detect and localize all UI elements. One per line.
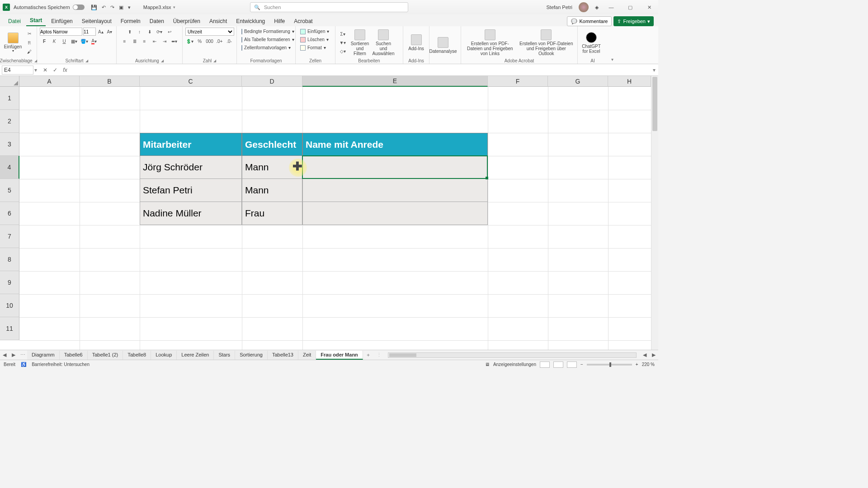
row-header-6[interactable]: 6 — [0, 202, 19, 225]
collapse-ribbon-icon[interactable]: ▾ — [608, 26, 617, 64]
number-dialog-icon[interactable]: ◢ — [213, 59, 216, 63]
thousands-icon[interactable]: 000 — [205, 37, 214, 45]
row-header-10[interactable]: 10 — [0, 294, 19, 317]
column-header-B[interactable]: B — [80, 76, 140, 87]
share-button[interactable]: ⇪ Freigeben ▾ — [613, 16, 654, 26]
fx-icon[interactable]: fx — [61, 67, 70, 73]
italic-button[interactable]: K — [50, 37, 59, 45]
select-all-corner[interactable] — [0, 76, 19, 87]
format-cells-button[interactable]: Format ▾ — [298, 44, 332, 52]
underline-button[interactable]: U — [60, 37, 69, 45]
formula-input[interactable] — [70, 66, 653, 75]
table-cell[interactable]: Frau — [242, 202, 302, 225]
user-avatar[interactable] — [579, 2, 589, 12]
table-header-cell[interactable]: Geschlecht — [242, 133, 302, 156]
add-sheet-button[interactable]: ＋ — [363, 352, 374, 358]
pdf-share-links-button[interactable]: Erstellen von PDF-Dateien und Freigeben … — [464, 28, 516, 57]
present-icon[interactable]: ◈ — [595, 5, 599, 10]
enter-formula-icon[interactable]: ✓ — [51, 67, 60, 73]
sheet-tab[interactable]: Diagramm — [27, 351, 60, 360]
percent-icon[interactable]: % — [195, 37, 204, 45]
border-button[interactable]: ▦▾ — [70, 37, 79, 45]
sheet-tab[interactable]: Leere Zeilen — [177, 351, 214, 360]
table-cell[interactable]: Nadine Müller — [140, 202, 242, 225]
autosave-toggle[interactable] — [73, 5, 85, 10]
autosum-icon[interactable]: Σ▾ — [338, 30, 347, 38]
hscroll-right-icon[interactable]: ▶ — [649, 352, 658, 358]
table-cell[interactable] — [302, 202, 488, 225]
table-header-cell[interactable]: Mitarbeiter — [140, 133, 242, 156]
cell-styles-button[interactable]: Zellenformatvorlagen ▾ — [240, 44, 292, 52]
minimize-button[interactable]: — — [605, 5, 618, 10]
filename[interactable]: Mappe3.xlsx — [143, 5, 171, 10]
hscroll-left-icon[interactable]: ◀ — [640, 352, 649, 358]
close-button[interactable]: ✕ — [643, 5, 656, 10]
accessibility-status[interactable]: Barrierefreiheit: Untersuchen — [32, 362, 90, 367]
copy-icon[interactable]: ⎘ — [25, 39, 34, 47]
format-painter-icon[interactable]: 🖌 — [25, 48, 34, 56]
row-header-5[interactable]: 5 — [0, 179, 19, 202]
namebox-dropdown-icon[interactable]: ▾ — [34, 67, 37, 73]
search-box[interactable]: 🔍 Suchen — [250, 2, 408, 12]
sheet-tab[interactable]: Frau oder Mann — [316, 351, 363, 360]
row-header-4[interactable]: 4 — [0, 156, 19, 179]
column-header-E[interactable]: E — [302, 76, 488, 87]
column-header-F[interactable]: F — [488, 76, 548, 87]
font-size-input[interactable] — [83, 28, 96, 36]
sort-filter-button[interactable]: Sortieren und Filtern — [349, 28, 371, 57]
fill-color-button[interactable]: 🪣▾ — [80, 37, 89, 45]
column-header-A[interactable]: A — [19, 76, 80, 87]
cancel-formula-icon[interactable]: ✕ — [41, 67, 50, 73]
maximize-button[interactable]: ▢ — [624, 5, 637, 10]
sheet-tab[interactable]: Tabelle13 — [268, 351, 298, 360]
accessibility-icon[interactable]: ♿ — [21, 362, 26, 367]
indent-increase-icon[interactable]: ⇥ — [160, 37, 169, 45]
merge-icon[interactable]: ⬌▾ — [170, 37, 179, 45]
column-header-H[interactable]: H — [608, 76, 651, 87]
increase-decimal-icon[interactable]: .0+ — [215, 37, 224, 45]
cut-icon[interactable]: ✂ — [25, 30, 34, 38]
row-header-3[interactable]: 3 — [0, 133, 19, 156]
decrease-font-icon[interactable]: A▾ — [106, 28, 114, 36]
tab-split-icon[interactable]: ⋮ — [377, 352, 382, 358]
increase-font-icon[interactable]: A▴ — [97, 28, 105, 36]
align-top-icon[interactable]: ⬆ — [125, 28, 134, 36]
vertical-scrollbar[interactable] — [651, 76, 658, 350]
number-format-select[interactable]: Uhrzeit — [185, 28, 234, 36]
comments-button[interactable]: 💬 Kommentare — [567, 16, 612, 26]
tab-überprüfen[interactable]: Überprüfen — [170, 16, 204, 26]
bold-button[interactable]: F — [40, 37, 49, 45]
data-analysis-button[interactable]: Datenanalyse — [432, 36, 454, 55]
zoom-in-icon[interactable]: + — [636, 362, 638, 367]
indent-decrease-icon[interactable]: ⇤ — [150, 37, 159, 45]
sheet-nav-prev-icon[interactable]: ◀ — [0, 352, 9, 358]
table-cell[interactable] — [302, 179, 488, 202]
sheet-tab[interactable]: Stars — [214, 351, 235, 360]
qat-more-icon[interactable]: ▾ — [128, 5, 131, 10]
currency-icon[interactable]: 💲▾ — [185, 37, 194, 45]
align-dialog-icon[interactable]: ◢ — [161, 59, 164, 63]
qat-undo-icon[interactable]: ↶ — [102, 5, 106, 10]
table-cell[interactable]: Stefan Petri — [140, 179, 242, 202]
table-cell[interactable]: Jörg Schröder — [140, 156, 242, 179]
row-header-9[interactable]: 9 — [0, 271, 19, 294]
font-dialog-icon[interactable]: ◢ — [85, 59, 88, 63]
qat-save-icon[interactable]: 💾 — [91, 5, 97, 10]
clear-icon[interactable]: ◇▾ — [338, 47, 347, 56]
find-select-button[interactable]: Suchen und Auswählen — [373, 28, 394, 57]
view-page-break-icon[interactable] — [567, 361, 577, 368]
align-center-icon[interactable]: ≣ — [130, 37, 139, 45]
wrap-text-icon[interactable]: ↩ — [165, 28, 174, 36]
tab-einfügen[interactable]: Einfügen — [47, 16, 76, 26]
chatgpt-button[interactable]: ChatGPT for Excel — [580, 31, 602, 55]
row-header-11[interactable]: 11 — [0, 317, 19, 340]
tab-daten[interactable]: Daten — [146, 16, 168, 26]
spreadsheet-grid[interactable]: ABCDEFGH 1234567891011 MitarbeiterGeschl… — [0, 76, 658, 350]
table-cell[interactable] — [302, 156, 488, 179]
tab-formeln[interactable]: Formeln — [117, 16, 144, 26]
font-name-input[interactable] — [40, 28, 82, 36]
sheet-tab[interactable]: Lookup — [151, 351, 177, 360]
row-header-2[interactable]: 2 — [0, 110, 19, 133]
username[interactable]: Stefan Petri — [547, 5, 572, 10]
conditional-formatting-button[interactable]: Bedingte Formatierung ▾ — [240, 28, 292, 35]
